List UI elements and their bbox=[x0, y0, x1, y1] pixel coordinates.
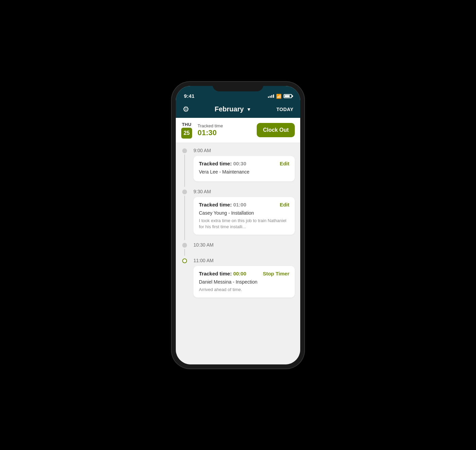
day-info: THU 25 bbox=[181, 122, 192, 139]
clock-out-button[interactable]: Clock Out bbox=[257, 123, 295, 137]
today-button[interactable]: TODAY bbox=[276, 107, 293, 112]
timeline-entry: 9:30 AM Tracked time: 01:00 Edit Casey Y… bbox=[176, 188, 300, 240]
timeline-entry: 10:30 AM bbox=[176, 241, 300, 256]
battery-fill bbox=[285, 95, 290, 97]
card-action-button[interactable]: Stop Timer bbox=[263, 271, 289, 276]
card-action-button[interactable]: Edit bbox=[280, 161, 289, 166]
time-label: 11:00 AM bbox=[193, 257, 295, 263]
card-person: Vera Lee - Maintenance bbox=[199, 169, 289, 175]
time-label: 9:30 AM bbox=[193, 188, 295, 194]
card-tracked-label: Tracked time: 00:00 bbox=[199, 271, 246, 276]
tracked-summary: Tracked time 01:30 bbox=[198, 123, 257, 137]
status-icons: 📶 bbox=[268, 94, 292, 99]
timeline-line bbox=[184, 155, 185, 187]
timeline-left bbox=[176, 241, 193, 256]
timeline-right: 11:00 AM Tracked time: 00:00 Stop Timer … bbox=[193, 257, 300, 303]
month-selector[interactable]: February ▼ bbox=[215, 105, 251, 113]
phone-frame: 9:41 📶 ⚙ February ▼ TODAY bbox=[172, 82, 304, 368]
time-label: 10:30 AM bbox=[193, 241, 295, 248]
timeline-left bbox=[176, 147, 193, 187]
signal-bars-icon bbox=[268, 94, 274, 98]
card-person: Daniel Messina - Inspection bbox=[199, 279, 289, 285]
wifi-icon: 📶 bbox=[276, 94, 282, 99]
timeline-entry: 9:00 AM Tracked time: 00:30 Edit Vera Le… bbox=[176, 147, 300, 187]
card-tracked-time: 00:00 bbox=[232, 271, 247, 276]
time-label: 9:00 AM bbox=[193, 147, 295, 153]
card-tracked-time: 00:30 bbox=[232, 161, 247, 166]
settings-icon[interactable]: ⚙ bbox=[183, 105, 189, 114]
card-tracked-time: 01:00 bbox=[232, 202, 247, 208]
battery-icon bbox=[284, 94, 292, 98]
timeline-dot bbox=[182, 190, 187, 194]
timeline-dot bbox=[182, 243, 187, 248]
entry-card: Tracked time: 00:00 Stop Timer Daniel Me… bbox=[193, 266, 295, 298]
timeline-right: 9:00 AM Tracked time: 00:30 Edit Vera Le… bbox=[193, 147, 300, 187]
tracked-value: 01:30 bbox=[198, 128, 257, 137]
card-note: Arrived ahead of time. bbox=[199, 287, 289, 293]
nav-header: ⚙ February ▼ TODAY bbox=[176, 101, 300, 118]
card-tracked-label: Tracked time: 00:30 bbox=[199, 161, 246, 166]
phone-screen: 9:41 📶 ⚙ February ▼ TODAY bbox=[176, 86, 300, 364]
timeline-right: 9:30 AM Tracked time: 01:00 Edit Casey Y… bbox=[193, 188, 300, 240]
day-header: THU 25 Tracked time 01:30 Clock Out bbox=[176, 118, 300, 143]
card-action-button[interactable]: Edit bbox=[280, 202, 289, 208]
tracked-label: Tracked time bbox=[198, 123, 257, 128]
chevron-down-icon: ▼ bbox=[247, 107, 251, 112]
timeline-line bbox=[184, 249, 185, 256]
timeline-right: 10:30 AM bbox=[193, 241, 300, 256]
day-number: 25 bbox=[181, 128, 192, 139]
timeline-dot bbox=[182, 258, 187, 263]
card-person: Casey Young - Installation bbox=[199, 210, 289, 216]
notch bbox=[213, 82, 264, 91]
timeline-entry: 11:00 AM Tracked time: 00:00 Stop Timer … bbox=[176, 257, 300, 303]
card-header: Tracked time: 01:00 Edit bbox=[199, 202, 289, 208]
timeline-dot bbox=[182, 148, 187, 153]
card-tracked-label: Tracked time: 01:00 bbox=[199, 202, 246, 208]
timeline-line bbox=[184, 196, 185, 240]
day-name: THU bbox=[182, 122, 191, 127]
status-time: 9:41 bbox=[184, 93, 194, 99]
timeline-left bbox=[176, 188, 193, 240]
entry-card: Tracked time: 01:00 Edit Casey Young - I… bbox=[193, 197, 295, 235]
timeline-content: 9:00 AM Tracked time: 00:30 Edit Vera Le… bbox=[176, 143, 300, 364]
month-title: February bbox=[215, 105, 244, 113]
card-note: I took extra time on this job to train N… bbox=[199, 218, 289, 230]
card-header: Tracked time: 00:00 Stop Timer bbox=[199, 271, 289, 276]
card-header: Tracked time: 00:30 Edit bbox=[199, 161, 289, 166]
timeline-left bbox=[176, 257, 193, 303]
entry-card: Tracked time: 00:30 Edit Vera Lee - Main… bbox=[193, 156, 295, 181]
